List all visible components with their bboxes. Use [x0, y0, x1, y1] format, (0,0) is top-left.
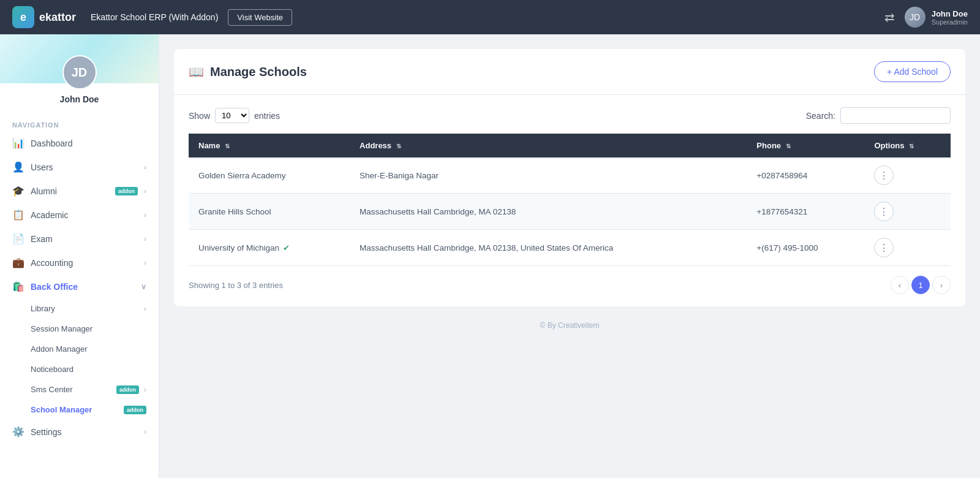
prev-page-button[interactable]: ‹	[891, 276, 909, 294]
back-office-sub-menu: Library › Session Manager Addon Manager …	[0, 298, 159, 420]
avatar: JD	[905, 7, 925, 28]
sidebar-item-users[interactable]: 👤 Users ›	[0, 155, 159, 179]
show-entries-area: Show 10 25 50 100 entries	[189, 108, 280, 123]
back-office-icon: 🛍️	[12, 281, 24, 292]
user-name-info: John Doe Superadmin	[932, 9, 968, 26]
search-area: Search:	[806, 107, 951, 124]
topnav-right: ⇄ JD John Doe Superadmin	[884, 7, 968, 28]
col-name[interactable]: Name ⇅	[189, 134, 350, 157]
sidebar-subitem-label: Library	[31, 304, 139, 313]
sidebar-avatar: JD	[62, 55, 97, 89]
chevron-right-icon: ›	[144, 211, 146, 219]
sidebar-item-label: Back Office	[31, 282, 135, 292]
sort-icon: ⇅	[225, 143, 230, 150]
translate-icon[interactable]: ⇄	[884, 10, 895, 25]
entries-select[interactable]: 10 25 50 100	[215, 108, 249, 123]
chevron-right-icon: ›	[144, 305, 146, 313]
sidebar-subitem-label: Noticeboard	[31, 365, 146, 374]
cell-options: ⋮	[864, 157, 951, 194]
add-school-button[interactable]: + Add School	[874, 61, 951, 82]
sidebar-item-label: Alumni	[31, 186, 107, 196]
sidebar-item-dashboard[interactable]: 📊 Dashboard	[0, 131, 159, 155]
sidebar-item-label: Academic	[31, 210, 138, 220]
sidebar-subitem-sms-center[interactable]: Sms Center addon ›	[0, 379, 159, 400]
chevron-down-icon: ∨	[141, 283, 146, 291]
user-info[interactable]: JD John Doe Superadmin	[905, 7, 968, 28]
sort-icon: ⇅	[396, 143, 401, 150]
table-body: Golden Sierra AcademySher-E-Baniga Nagar…	[189, 157, 951, 266]
col-options: Options ⇅	[864, 134, 951, 157]
sidebar-item-label: Settings	[31, 427, 138, 437]
col-name-label: Name	[198, 141, 220, 150]
alumni-icon: 🎓	[12, 185, 24, 197]
exam-icon: 📄	[12, 233, 24, 245]
footer-credit: © By Creativeitem	[174, 321, 965, 330]
cell-options: ⋮	[864, 194, 951, 230]
avatar-initials: JD	[905, 7, 925, 28]
nav-section-label: NAVIGATION	[0, 114, 159, 131]
sidebar: JD John Doe NAVIGATION 📊 Dashboard 👤 Use…	[0, 34, 159, 478]
table-row: Granite Hills SchoolMassachusetts Hall C…	[189, 194, 951, 230]
page-title: Manage Schools	[210, 65, 307, 79]
sidebar-profile: JD John Doe	[0, 34, 159, 114]
sidebar-item-settings[interactable]: ⚙️ Settings ›	[0, 420, 159, 444]
sidebar-item-label: Exam	[31, 234, 138, 244]
cell-address: Massachusetts Hall Cambridge, MA 02138	[350, 194, 747, 230]
main-layout: JD John Doe NAVIGATION 📊 Dashboard 👤 Use…	[0, 34, 980, 478]
users-icon: 👤	[12, 161, 24, 173]
sidebar-item-accounting[interactable]: 💼 Accounting ›	[0, 251, 159, 275]
table-row: University of Michigan✔Massachusetts Hal…	[189, 230, 951, 266]
cell-phone: +1877654321	[747, 194, 864, 230]
logo-text: ekattor	[39, 11, 76, 24]
page-title-area: 📖 Manage Schools	[189, 64, 307, 79]
sidebar-item-back-office[interactable]: 🛍️ Back Office ∨	[0, 275, 159, 298]
sidebar-subitem-label: Sms Center	[31, 385, 109, 394]
sidebar-item-alumni[interactable]: 🎓 Alumni addon ›	[0, 179, 159, 203]
cell-name: University of Michigan✔	[189, 230, 350, 266]
cell-name: Granite Hills School	[189, 194, 350, 230]
search-input[interactable]	[840, 107, 951, 124]
col-phone[interactable]: Phone ⇅	[747, 134, 864, 157]
dashboard-icon: 📊	[12, 137, 24, 149]
main-content: 📖 Manage Schools + Add School Show 10 25…	[159, 34, 980, 478]
verified-icon: ✔	[283, 243, 290, 252]
options-button[interactable]: ⋮	[874, 165, 894, 185]
cell-name: Golden Sierra Academy	[189, 157, 350, 194]
sidebar-subitem-session-manager[interactable]: Session Manager	[0, 319, 159, 339]
sort-icon: ⇅	[786, 143, 791, 150]
sidebar-subitem-label: Addon Manager	[31, 344, 146, 354]
options-button[interactable]: ⋮	[874, 238, 894, 257]
chevron-right-icon: ›	[144, 385, 146, 394]
visit-website-button[interactable]: Visit Website	[228, 9, 292, 26]
addon-badge: addon	[124, 406, 146, 414]
pagination: ‹ 1 ›	[891, 276, 951, 294]
showing-info: Showing 1 to 3 of 3 entries	[189, 281, 283, 290]
cell-phone: +(617) 495-1000	[747, 230, 864, 266]
sidebar-subitem-label: Session Manager	[31, 324, 146, 333]
chevron-right-icon: ›	[144, 187, 146, 195]
sidebar-item-exam[interactable]: 📄 Exam ›	[0, 227, 159, 251]
sidebar-item-label: Accounting	[31, 258, 138, 268]
sidebar-subitem-school-manager[interactable]: School Manager addon	[0, 400, 159, 420]
sidebar-subitem-library[interactable]: Library ›	[0, 298, 159, 319]
sidebar-item-academic[interactable]: 📋 Academic ›	[0, 203, 159, 227]
next-page-button[interactable]: ›	[932, 276, 951, 294]
page-1-button[interactable]: 1	[911, 276, 930, 294]
addon-badge: addon	[116, 385, 139, 394]
logo-area[interactable]: e ekattor	[12, 6, 76, 28]
academic-icon: 📋	[12, 209, 24, 221]
sidebar-item-label: Users	[31, 162, 138, 172]
user-name: John Doe	[932, 9, 968, 18]
logo-icon: e	[12, 6, 34, 28]
sidebar-subitem-noticeboard[interactable]: Noticeboard	[0, 359, 159, 379]
col-phone-label: Phone	[756, 141, 781, 150]
sort-icon: ⇅	[909, 143, 914, 150]
page-header: 📖 Manage Schools + Add School	[174, 49, 965, 95]
cell-options: ⋮	[864, 230, 951, 266]
sidebar-subitem-addon-manager[interactable]: Addon Manager	[0, 339, 159, 359]
col-address[interactable]: Address ⇅	[350, 134, 747, 157]
table-container: Show 10 25 50 100 entries Search:	[174, 95, 965, 306]
cell-phone: +0287458964	[747, 157, 864, 194]
settings-icon: ⚙️	[12, 426, 24, 438]
options-button[interactable]: ⋮	[874, 202, 894, 221]
